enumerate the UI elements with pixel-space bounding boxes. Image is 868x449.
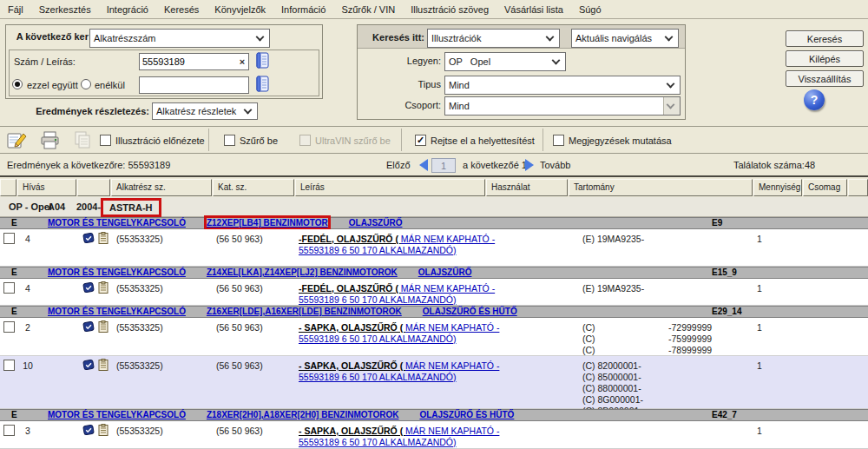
row-desc-availability-link[interactable]: MÁR NEM KAPHATÓ -: [405, 322, 499, 333]
search-button[interactable]: Keresés: [786, 30, 864, 47]
filter-on-label: Szűrő be: [240, 135, 278, 146]
section-link[interactable]: MOTOR ÉS TENGELYKAPCSOLÓ: [48, 410, 186, 419]
notes-icon[interactable]: [98, 232, 108, 244]
section-link[interactable]: Z12XEP[LB4] BENZINMOTOR: [207, 218, 328, 228]
navigation-select[interactable]: Aktuális navigálás: [571, 29, 679, 48]
section-link[interactable]: MOTOR ÉS TENGELYKAPCSOLÓ: [48, 267, 186, 277]
column-header-csomag[interactable]: Csomag: [803, 179, 847, 196]
group-select[interactable]: Mind: [444, 96, 681, 116]
column-header-mennyiseg[interactable]: Mennyiség: [753, 179, 802, 196]
section-illustration-ref[interactable]: E9: [712, 218, 722, 228]
row-select-checkbox[interactable]: [3, 360, 15, 371]
row-part-number[interactable]: (55353325): [116, 234, 163, 244]
tag-check-icon[interactable]: [82, 424, 95, 436]
row-desc-applies-link[interactable]: 55593189 6 50 170 ALKALMAZANDÓ): [299, 372, 457, 382]
menu-item-sugo[interactable]: Súgó: [571, 2, 609, 17]
column-header-kat-sz[interactable]: Kat. sz.: [213, 179, 294, 196]
row-desc-availability-link[interactable]: MÁR NEM KAPHATÓ -: [405, 360, 499, 371]
show-notes-checkbox[interactable]: [553, 135, 564, 146]
row-desc-main: -FEDÉL, OLAJSZŰRŐ (: [299, 234, 401, 244]
row-part-number[interactable]: (55353325): [116, 283, 163, 294]
notes-icon[interactable]: [98, 359, 108, 371]
clear-input-icon[interactable]: ×: [236, 56, 248, 67]
row-desc-applies-link[interactable]: 55593189 6 50 170 ALKALMAZANDÓ): [299, 437, 457, 447]
edit-icon[interactable]: [7, 131, 27, 149]
menu-item-kereses[interactable]: Keresés: [156, 2, 207, 17]
row-desc-applies-link[interactable]: 55593189 6 50 170 ALKALMAZANDÓ): [299, 333, 457, 344]
row-desc-applies-link[interactable]: 55593189 6 50 170 ALKALMAZANDÓ): [299, 294, 457, 305]
section-link[interactable]: MOTOR ÉS TENGELYKAPCSOLÓ: [48, 307, 186, 316]
menu-item-konyvjelzok[interactable]: Könyvjelzők: [207, 2, 273, 17]
column-header-blank[interactable]: [848, 179, 868, 196]
row-select-checkbox[interactable]: [3, 233, 15, 244]
row-desc-availability-link[interactable]: MÁR NEM KAPHATÓ -: [401, 234, 495, 244]
menu-item-integracio[interactable]: Integráció: [99, 2, 156, 17]
section-illustration-ref[interactable]: E15_9: [712, 267, 737, 278]
radio-with[interactable]: [12, 79, 23, 89]
menu-item-informacio[interactable]: Információ: [273, 2, 333, 17]
tag-check-icon[interactable]: [82, 320, 95, 333]
row-desc-availability-link[interactable]: MÁR NEM KAPHATÓ -: [401, 283, 495, 294]
tag-check-icon[interactable]: [82, 281, 95, 294]
row-part-number[interactable]: (55353325): [116, 426, 163, 436]
type-select[interactable]: Mind: [444, 76, 681, 95]
reset-button[interactable]: Visszaállítás: [786, 70, 864, 87]
notes-icon[interactable]: [98, 320, 108, 333]
menu-item-fajl[interactable]: Fájl: [0, 2, 31, 17]
filter-on-checkbox[interactable]: [224, 135, 235, 146]
number-input[interactable]: [140, 56, 236, 67]
column-header-blank[interactable]: [77, 179, 110, 196]
model-name-highlighted[interactable]: ASTRA-H: [101, 198, 161, 217]
list-lookup-icon[interactable]: [254, 52, 269, 69]
menu-item-szerkesztes[interactable]: Szerkesztés: [31, 2, 99, 17]
section-link[interactable]: MOTOR ÉS TENGELYKAPCSOLÓ: [48, 218, 186, 228]
hide-substitution-checkbox[interactable]: [415, 135, 426, 146]
tag-check-icon[interactable]: [82, 359, 95, 371]
section-link[interactable]: OLAJSZŰRŐ ÉS HŰTŐ: [423, 307, 517, 316]
exit-button[interactable]: Kilépés: [786, 50, 864, 67]
column-header-tartomany[interactable]: Tartomány: [569, 179, 753, 196]
column-header-alkatresz-sz[interactable]: Alkatrész sz.: [111, 179, 212, 196]
tag-check-icon[interactable]: [82, 232, 95, 244]
number-input-wrap: ×: [139, 53, 249, 70]
criteria-select[interactable]: Alkatrészszám: [89, 29, 270, 48]
detail-select[interactable]: Alkatrész részletek: [152, 102, 258, 120]
column-header-hasznalat[interactable]: Használat: [486, 179, 568, 196]
section-link[interactable]: OLAJSZŰRŐ ÉS HŰTŐ: [419, 410, 514, 419]
row-part-number[interactable]: (55353325): [116, 322, 163, 333]
section-link[interactable]: OLAJSZŰRŐ: [418, 267, 472, 277]
column-header-blank[interactable]: [0, 179, 16, 196]
section-link[interactable]: Z16XER[LDE],A16XER[LDE] BENZINMOTOROK: [207, 307, 402, 316]
row-part-number[interactable]: (55353325): [116, 360, 163, 371]
section-link[interactable]: OLAJSZŰRŐ: [349, 218, 403, 228]
scope-select-value: Illusztrációk: [431, 33, 481, 43]
prev-page-icon[interactable]: [419, 159, 428, 171]
row-desc-applies-link[interactable]: 55593189 6 50 170 ALKALMAZANDÓ): [299, 245, 457, 255]
next-page-icon[interactable]: [525, 159, 534, 171]
menu-item-szurok-vin[interactable]: Szűrők / VIN: [333, 2, 403, 17]
menu-item-vasarlasi-lista[interactable]: Vásárlási lista: [496, 2, 571, 17]
list-lookup-icon[interactable]: [254, 76, 269, 92]
column-header-leiras[interactable]: Leírás: [295, 179, 485, 196]
row-desc-availability-link[interactable]: MÁR NEM KAPHATÓ -: [405, 426, 499, 436]
menu-item-illusztracio-szoveg[interactable]: Illusztráció szöveg: [403, 2, 496, 17]
illustration-preview-checkbox[interactable]: [100, 135, 111, 146]
section-link[interactable]: Z14XEL[LKA],Z14XEP[LJ2] BENZINMOTOROK: [207, 267, 398, 277]
column-header-hivas[interactable]: Hívás: [17, 179, 76, 196]
notes-icon[interactable]: [98, 424, 108, 436]
radio-without[interactable]: [81, 79, 91, 89]
row-catalog-number: (56 50 963): [216, 360, 263, 371]
section-illustration-ref[interactable]: E42_7: [712, 410, 737, 420]
notes-icon[interactable]: [98, 281, 108, 294]
row-select-checkbox[interactable]: [3, 321, 15, 333]
row-select-checkbox[interactable]: [3, 282, 15, 294]
row-select-checkbox[interactable]: [3, 425, 15, 436]
page-number-input[interactable]: [431, 158, 456, 173]
secondary-input[interactable]: [140, 80, 248, 90]
scope-select[interactable]: Illusztrációk: [427, 29, 560, 48]
section-link[interactable]: Z18XER[2H0],A18XER[2H0] BENZINMOTOROK: [207, 410, 399, 419]
section-illustration-ref[interactable]: E29_14: [712, 307, 741, 317]
make-select[interactable]: OP Opel: [444, 52, 566, 71]
print-icon[interactable]: [40, 131, 60, 149]
help-icon[interactable]: ?: [804, 89, 825, 110]
